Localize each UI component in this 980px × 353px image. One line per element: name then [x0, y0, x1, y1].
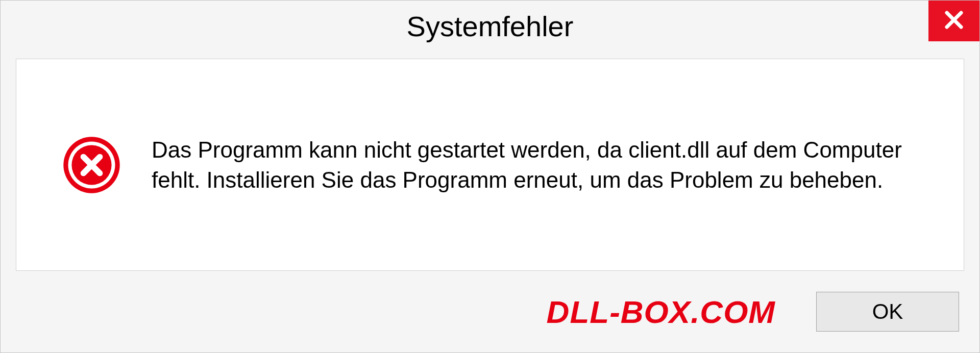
error-dialog: Systemfehler Das Programm kann nicht ges… — [0, 0, 980, 353]
title-bar: Systemfehler — [1, 1, 979, 52]
error-icon — [62, 136, 121, 194]
close-icon — [943, 9, 965, 33]
close-button[interactable] — [928, 1, 979, 41]
dialog-footer: DLL-BOX.COM OK — [1, 271, 979, 352]
error-message: Das Programm kann nicht gestartet werden… — [152, 135, 918, 195]
ok-button[interactable]: OK — [816, 292, 959, 332]
watermark-text: DLL-BOX.COM — [547, 294, 775, 330]
content-panel: Das Programm kann nicht gestartet werden… — [16, 59, 964, 271]
dialog-title: Systemfehler — [407, 10, 574, 43]
